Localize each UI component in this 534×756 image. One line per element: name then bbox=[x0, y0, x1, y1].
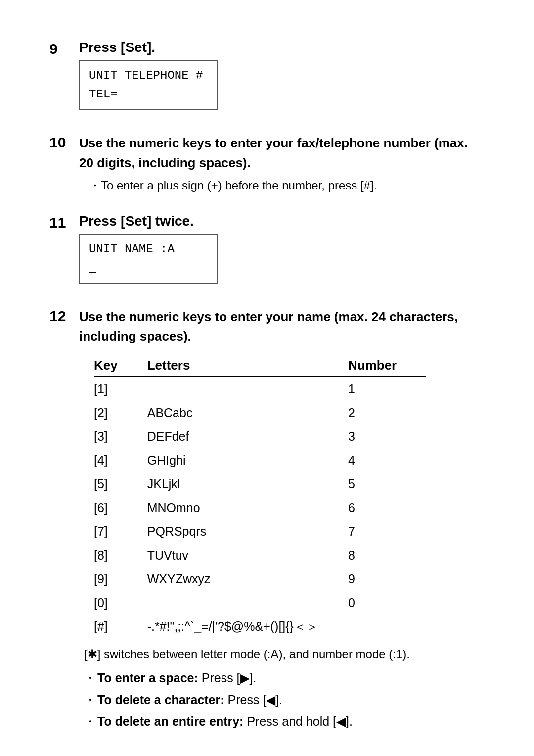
table-cell-letters: MNOmno bbox=[147, 496, 348, 520]
table-cell-number: 9 bbox=[348, 567, 426, 591]
table-row: [3]DEFdef3 bbox=[94, 425, 426, 448]
col-header-letters: Letters bbox=[147, 356, 348, 377]
table-cell-key: [5] bbox=[94, 472, 147, 496]
table-cell-number: 1 bbox=[348, 377, 426, 401]
step-9-title: Press [Set]. bbox=[79, 40, 485, 55]
table-cell-letters: GHIghi bbox=[147, 448, 348, 472]
table-row: [#]-.*#!",;:^`_=/|'?$@%&+()[]{}＜＞ bbox=[94, 614, 426, 638]
bullet-note-2: To delete a character: Press [◀]. bbox=[84, 690, 485, 709]
step-12-body: Use the numeric keys to enter your name … bbox=[79, 307, 485, 347]
table-row: [7]PQRSpqrs7 bbox=[94, 520, 426, 543]
table-cell-letters: JKLjkl bbox=[147, 472, 348, 496]
step-12: 12 Use the numeric keys to enter your na… bbox=[49, 307, 485, 739]
col-header-number: Number bbox=[348, 356, 426, 377]
table-row: [0]0 bbox=[94, 591, 426, 614]
lcd-11-line1: UNIT NAME :A bbox=[89, 240, 208, 259]
table-row: [9]WXYZwxyz9 bbox=[94, 567, 426, 591]
table-cell-number bbox=[348, 614, 426, 638]
table-cell-key: [9] bbox=[94, 567, 147, 591]
table-cell-key: [6] bbox=[94, 496, 147, 520]
table-cell-letters: ABCabc bbox=[147, 401, 348, 425]
bullet-note-3: To delete an entire entry: Press and hol… bbox=[84, 711, 485, 731]
step-9-number: 9 bbox=[49, 40, 79, 57]
table-row: [5]JKLjkl5 bbox=[94, 472, 426, 496]
table-cell-letters bbox=[147, 377, 348, 401]
step-11: 11 Press [Set] twice. UNIT NAME :A _ bbox=[49, 213, 485, 291]
table-row: [4]GHIghi4 bbox=[94, 448, 426, 472]
table-cell-letters: TUVtuv bbox=[147, 543, 348, 567]
table-cell-number: 6 bbox=[348, 496, 426, 520]
table-cell-number: 2 bbox=[348, 401, 426, 425]
table-cell-key: [1] bbox=[94, 377, 147, 401]
lcd-line2: TEL= bbox=[89, 85, 208, 104]
lcd-11-line2: _ bbox=[89, 259, 208, 278]
step-11-number: 11 bbox=[49, 213, 79, 231]
step-12-content: Use the numeric keys to enter your name … bbox=[79, 307, 485, 739]
table-row: [8]TUVtuv8 bbox=[94, 543, 426, 567]
table-cell-number: 7 bbox=[348, 520, 426, 543]
step-10-content: Use the numeric keys to enter your fax/t… bbox=[79, 133, 485, 198]
table-cell-number: 5 bbox=[348, 472, 426, 496]
table-cell-key: [2] bbox=[94, 401, 147, 425]
bullet-notes: To enter a space: Press [▶]. To delete a… bbox=[84, 668, 485, 731]
table-cell-letters bbox=[147, 591, 348, 614]
table-cell-letters: -.*#!",;:^`_=/|'?$@%&+()[]{}＜＞ bbox=[147, 614, 348, 638]
table-cell-letters: WXYZwxyz bbox=[147, 567, 348, 591]
step-10-body: Use the numeric keys to enter your fax/t… bbox=[79, 133, 485, 173]
table-cell-key: [8] bbox=[94, 543, 147, 567]
table-cell-number: 3 bbox=[348, 425, 426, 448]
step-12-number: 12 bbox=[49, 307, 79, 325]
table-row: [2]ABCabc2 bbox=[94, 401, 426, 425]
table-cell-key: [#] bbox=[94, 614, 147, 638]
table-cell-key: [0] bbox=[94, 591, 147, 614]
step-9: 9 Press [Set]. UNIT TELEPHONE # TEL= bbox=[49, 40, 485, 117]
switch-note: [✱] switches between letter mode (:A), a… bbox=[84, 647, 485, 661]
table-cell-key: [4] bbox=[94, 448, 147, 472]
table-row: [1]1 bbox=[94, 377, 426, 401]
col-header-key: Key bbox=[94, 356, 147, 377]
page-content: 9 Press [Set]. UNIT TELEPHONE # TEL= 10 … bbox=[0, 0, 534, 756]
table-row: [6]MNOmno6 bbox=[94, 496, 426, 520]
table-cell-number: 8 bbox=[348, 543, 426, 567]
step-11-title: Press [Set] twice. bbox=[79, 213, 485, 229]
step-11-lcd: UNIT NAME :A _ bbox=[79, 234, 218, 284]
key-table: Key Letters Number [1]1[2]ABCabc2[3]DEFd… bbox=[94, 356, 426, 638]
table-cell-key: [3] bbox=[94, 425, 147, 448]
table-cell-number: 0 bbox=[348, 591, 426, 614]
table-cell-number: 4 bbox=[348, 448, 426, 472]
step-10: 10 Use the numeric keys to enter your fa… bbox=[49, 133, 485, 198]
step-9-lcd: UNIT TELEPHONE # TEL= bbox=[79, 60, 218, 110]
step-10-number: 10 bbox=[49, 133, 79, 151]
step-9-content: Press [Set]. UNIT TELEPHONE # TEL= bbox=[79, 40, 485, 117]
lcd-line1: UNIT TELEPHONE # bbox=[89, 66, 208, 85]
step-11-content: Press [Set] twice. UNIT NAME :A _ bbox=[79, 213, 485, 291]
bullet-note-1: To enter a space: Press [▶]. bbox=[84, 668, 485, 688]
table-cell-letters: PQRSpqrs bbox=[147, 520, 348, 543]
table-cell-letters: DEFdef bbox=[147, 425, 348, 448]
table-cell-key: [7] bbox=[94, 520, 147, 543]
step-10-subnote: ・To enter a plus sign (+) before the num… bbox=[89, 177, 485, 194]
